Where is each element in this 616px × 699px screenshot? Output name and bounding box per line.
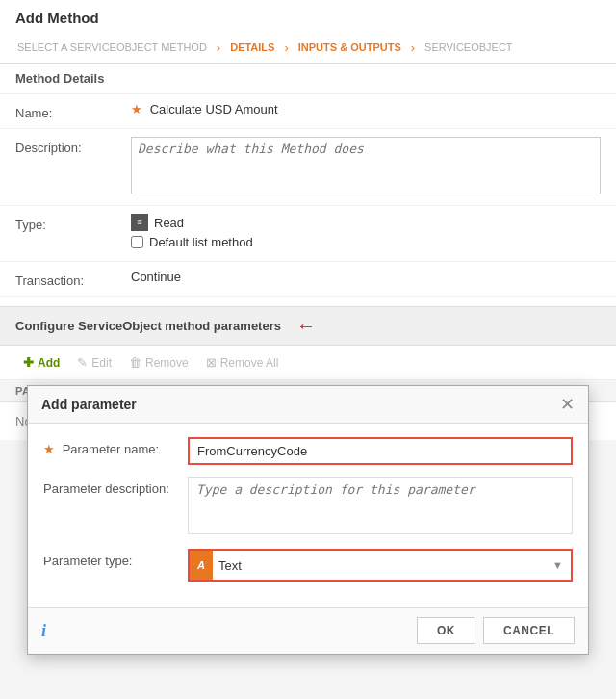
wizard-step-2-label: DETAILS — [230, 41, 274, 53]
param-type-row: Parameter type: A Text Number Boolean Da… — [43, 549, 573, 582]
plus-icon: ✚ — [23, 355, 34, 370]
wizard-step-4[interactable]: SERVICEOBJECT — [417, 32, 521, 63]
type-display: ≡ Read — [131, 214, 601, 231]
red-arrow-icon: ← — [296, 315, 316, 337]
remove-button[interactable]: 🗑 Remove — [121, 351, 196, 374]
param-name-label: ★ Parameter name: — [43, 437, 188, 456]
modal-close-button[interactable]: ✕ — [560, 396, 575, 413]
param-desc-field — [188, 477, 573, 537]
name-row: Name: ★ Calculate USD Amount — [0, 94, 616, 129]
chevron-icon-1: › — [217, 40, 220, 55]
wizard-step-3[interactable]: INPUTS & OUTPUTS — [291, 32, 409, 63]
param-desc-label: Parameter description: — [43, 477, 188, 496]
configure-title: Configure ServiceObject method parameter… — [15, 319, 281, 333]
required-star: ★ — [131, 102, 142, 116]
name-value: Calculate USD Amount — [150, 102, 278, 116]
name-label: Name: — [15, 102, 131, 120]
edit-button[interactable]: ✎ Edit — [69, 351, 119, 374]
param-desc-textarea[interactable] — [188, 477, 573, 534]
remove-all-icon: ⊠ — [206, 355, 217, 370]
add-button[interactable]: ✚ Add — [15, 351, 67, 374]
cancel-button[interactable]: CANCEL — [483, 617, 575, 644]
description-row: Description: — [0, 129, 616, 206]
wizard-steps: SELECT A SERVICEOBJECT METHOD › DETAILS … — [0, 32, 616, 64]
param-required-star: ★ — [43, 442, 55, 456]
edit-label: Edit — [91, 356, 112, 370]
transaction-value: Continue — [131, 270, 601, 284]
wizard-step-1-label: SELECT A SERVICEOBJECT METHOD — [17, 41, 207, 53]
add-label: Add — [38, 356, 60, 370]
page-title: Add Method — [15, 10, 99, 26]
toolbar: ✚ Add ✎ Edit 🗑 Remove ⊠ Remove All — [0, 346, 616, 380]
modal-title: Add parameter — [41, 397, 137, 412]
remove-label: Remove — [145, 356, 189, 370]
param-type-label: Parameter type: — [43, 549, 188, 568]
remove-all-label: Remove All — [220, 356, 279, 370]
default-list-row: Default list method — [131, 231, 601, 253]
description-textarea[interactable] — [131, 137, 601, 194]
footer-buttons: OK CANCEL — [417, 617, 575, 644]
type-value-container: ≡ Read Default list method — [131, 214, 601, 253]
add-parameter-modal: Add parameter ✕ ★ Parameter name: Parame… — [27, 385, 589, 655]
page-wrapper: Add Method SELECT A SERVICEOBJECT METHOD… — [0, 0, 616, 699]
edit-icon: ✎ — [77, 355, 88, 370]
description-field-container — [131, 137, 601, 197]
type-value: Read — [154, 216, 184, 230]
wizard-step-1[interactable]: SELECT A SERVICEOBJECT METHOD — [10, 32, 215, 63]
section-title: Method Details — [0, 64, 616, 94]
type-row: Type: ≡ Read Default list method — [0, 206, 616, 262]
transaction-label: Transaction: — [15, 270, 131, 288]
remove-all-button[interactable]: ⊠ Remove All — [198, 351, 287, 374]
modal-footer: i OK CANCEL — [28, 607, 588, 654]
trash-icon: 🗑 — [129, 355, 141, 370]
chevron-icon-2: › — [284, 40, 288, 55]
wizard-step-2[interactable]: DETAILS — [222, 32, 282, 63]
text-type-icon: A — [190, 551, 213, 580]
type-icon: ≡ — [131, 214, 148, 231]
type-label: Type: — [15, 214, 131, 232]
modal-header: Add parameter ✕ — [28, 386, 588, 424]
description-label: Description: — [15, 137, 131, 155]
param-type-select[interactable]: Text Number Boolean Date — [213, 554, 571, 578]
name-value-container: ★ Calculate USD Amount — [131, 102, 601, 116]
transaction-row: Transaction: Continue — [0, 262, 616, 297]
form-area: Method Details Name: ★ Calculate USD Amo… — [0, 64, 616, 306]
param-type-select-wrapper: A Text Number Boolean Date ▼ — [188, 549, 573, 582]
param-type-field: A Text Number Boolean Date ▼ — [188, 549, 573, 582]
ok-button[interactable]: OK — [417, 617, 475, 644]
info-icon: i — [41, 621, 46, 641]
param-name-field — [188, 437, 573, 465]
default-list-label: Default list method — [149, 235, 253, 249]
wizard-step-3-label: INPUTS & OUTPUTS — [298, 41, 401, 53]
page-header: Add Method — [0, 0, 616, 32]
configure-bar: Configure ServiceObject method parameter… — [0, 306, 616, 346]
param-name-row: ★ Parameter name: — [43, 437, 573, 465]
chevron-icon-3: › — [411, 40, 415, 55]
default-list-checkbox[interactable] — [131, 236, 143, 248]
param-name-input[interactable] — [188, 437, 573, 465]
wizard-step-4-label: SERVICEOBJECT — [424, 41, 513, 53]
modal-body: ★ Parameter name: Parameter description:… — [28, 424, 588, 607]
param-desc-row: Parameter description: — [43, 477, 573, 537]
